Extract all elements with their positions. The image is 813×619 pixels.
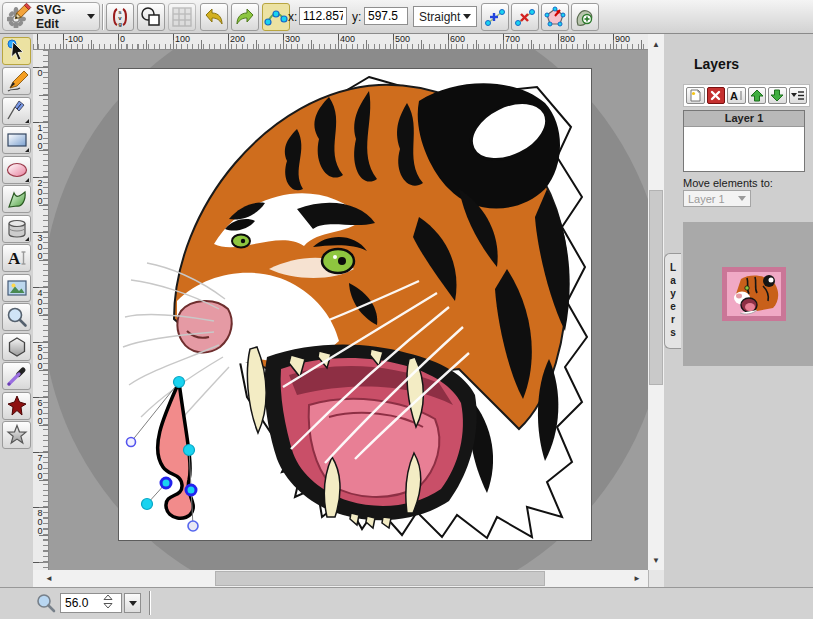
text-tool[interactable]: A xyxy=(2,244,31,272)
shape-library-tool[interactable] xyxy=(2,215,31,243)
linked-nodes-icon xyxy=(264,5,288,29)
redo-icon xyxy=(233,5,257,29)
ruler-label: 400 xyxy=(340,34,355,44)
control-handle[interactable] xyxy=(188,521,198,531)
rectangle-tool[interactable] xyxy=(2,126,31,154)
ruler-minor-ticks xyxy=(33,44,664,49)
redo-button[interactable] xyxy=(231,3,259,31)
main-menu-button[interactable]: SVG-Edit xyxy=(2,2,100,31)
layer-list[interactable]: Layer 1 xyxy=(683,110,805,172)
zoom-preset-dropdown[interactable] xyxy=(124,593,141,613)
new-layer-button[interactable] xyxy=(686,87,705,104)
horizontal-scrollbar[interactable]: ◄ ► xyxy=(33,570,648,587)
svg-canvas[interactable] xyxy=(118,68,592,541)
eyedropper-icon xyxy=(5,364,29,388)
shapes-button[interactable] xyxy=(137,3,165,31)
tool-palette: A xyxy=(0,34,33,587)
star-icon xyxy=(5,423,29,447)
vertical-scroll-thumb[interactable] xyxy=(649,190,663,385)
polygon-tool[interactable] xyxy=(2,333,31,361)
select-tool[interactable] xyxy=(2,37,31,65)
insert-node-button[interactable] xyxy=(481,3,509,31)
workspace[interactable] xyxy=(49,50,648,570)
delete-layer-button[interactable] xyxy=(707,87,726,104)
ellipse-tool[interactable] xyxy=(2,156,31,184)
image-tool[interactable] xyxy=(2,274,31,302)
zoom-spinner[interactable] xyxy=(103,594,113,613)
path-node[interactable] xyxy=(174,377,185,388)
path-node-selected[interactable] xyxy=(161,478,171,488)
eyedropper-tool[interactable] xyxy=(2,362,31,390)
chevron-down-icon xyxy=(129,601,137,606)
move-elements-value: Layer 1 xyxy=(688,193,725,205)
path-node-selected[interactable] xyxy=(186,485,196,495)
ruler-label: 600 xyxy=(35,398,44,425)
star-tool[interactable] xyxy=(2,421,31,449)
grid-icon xyxy=(171,6,193,28)
open-path-icon xyxy=(543,5,567,29)
move-layer-down-button[interactable] xyxy=(768,87,787,104)
text-icon: A xyxy=(5,246,29,270)
layer-menu-button[interactable] xyxy=(789,87,808,104)
vertical-scrollbar[interactable]: ▲ ▼ xyxy=(648,34,664,570)
undo-icon xyxy=(202,5,226,29)
scroll-up-arrow[interactable]: ▲ xyxy=(648,36,664,52)
red-shape-tool[interactable] xyxy=(2,392,31,420)
footer-separator xyxy=(149,591,150,615)
app-logo-icon xyxy=(7,2,33,32)
segment-type-select[interactable]: Straight xyxy=(413,6,477,27)
control-handle[interactable] xyxy=(127,438,136,447)
ruler-label: 700 xyxy=(35,453,44,480)
scroll-down-arrow[interactable]: ▼ xyxy=(648,552,664,568)
hexagon-icon xyxy=(5,335,29,359)
image-icon xyxy=(5,276,29,300)
x-coordinate-label: x: xyxy=(288,10,297,24)
link-control-points-button[interactable] xyxy=(262,3,290,31)
new-layer-icon xyxy=(688,89,703,102)
horizontal-ruler: -10001002003004005006007008009001000 xyxy=(33,34,664,50)
edited-path-group xyxy=(127,377,199,532)
chevron-down-icon xyxy=(87,14,95,19)
move-elements-select[interactable]: Layer 1 xyxy=(683,190,751,207)
svg-edit-app: SVG-Edit s v g xyxy=(0,0,813,619)
horizontal-scroll-thumb[interactable] xyxy=(215,571,545,586)
zoom-tool[interactable] xyxy=(2,303,31,331)
artwork-thumbnail[interactable] xyxy=(722,267,786,321)
ruler-label: 300 xyxy=(285,34,300,44)
path-node[interactable] xyxy=(184,445,195,456)
svg-text:A: A xyxy=(8,249,21,268)
pencil-tool[interactable] xyxy=(2,67,31,95)
delete-layer-icon xyxy=(709,90,722,101)
source-editor-button[interactable]: s v g xyxy=(106,3,134,31)
path-node[interactable] xyxy=(142,499,153,510)
magnifier-icon xyxy=(5,305,29,329)
layers-side-tab[interactable]: Layers xyxy=(664,253,681,349)
x-coordinate-input[interactable] xyxy=(299,7,347,25)
layer-row-selected[interactable]: Layer 1 xyxy=(684,111,804,127)
delete-node-icon xyxy=(513,5,537,29)
ruler-label: 700 xyxy=(505,34,520,44)
move-layer-up-button[interactable] xyxy=(748,87,767,104)
scroll-left-arrow[interactable]: ◄ xyxy=(41,570,57,587)
grid-button[interactable] xyxy=(168,3,196,31)
path-tool[interactable] xyxy=(2,185,31,213)
layer-buttons-strip: A xyxy=(683,84,810,107)
rename-layer-button[interactable]: A xyxy=(727,87,746,104)
y-coordinate-input[interactable] xyxy=(364,7,408,25)
open-path-button[interactable] xyxy=(541,3,569,31)
layers-panel: Layers A xyxy=(664,34,813,587)
pencil-icon xyxy=(5,69,29,93)
zoom-level-input[interactable] xyxy=(61,596,103,610)
delete-node-button[interactable] xyxy=(511,3,539,31)
line-tool[interactable] xyxy=(2,97,31,125)
chevron-down-icon xyxy=(738,196,746,201)
move-elements-label: Move elements to: xyxy=(683,177,773,189)
scroll-right-arrow[interactable]: ► xyxy=(629,570,645,587)
undo-button[interactable] xyxy=(200,3,228,31)
arrow-down-icon xyxy=(770,89,784,102)
footer-bar xyxy=(0,587,813,619)
main-toolbar: SVG-Edit s v g xyxy=(0,0,813,34)
add-subpath-button[interactable] xyxy=(571,3,599,31)
ruler-label: 800 xyxy=(35,508,44,535)
ruler-label: 0 xyxy=(120,34,125,44)
